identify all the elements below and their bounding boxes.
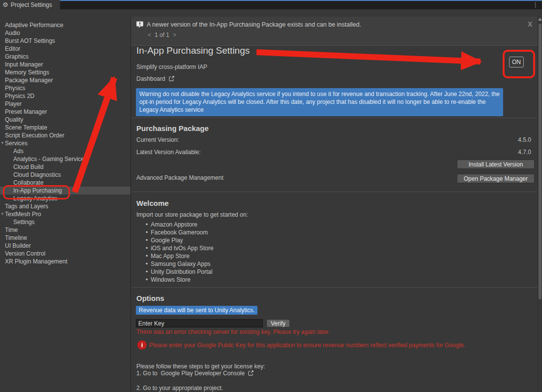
page-title: In-App Purchasing Settings [136,45,250,56]
sidebar-item-label: XR Plugin Management [5,258,67,265]
sidebar-item-xr-plugin-management[interactable]: XR Plugin Management [0,258,130,265]
latest-version-label: Latest Version Available: [136,149,201,156]
store-list-item: Mac App Store [146,252,214,260]
current-version-value: 4.5.0 [518,136,531,143]
sidebar-item-adaptive-performance[interactable]: Adaptive Performance [0,21,130,29]
legacy-analytics-warning: Warning do not disable the Legacy Analyt… [136,88,503,116]
sidebar-item-label: Analytics - Gaming Services [13,156,87,163]
google-play-console-link[interactable]: Google Play Developer Console [160,370,245,377]
sidebar-item-label: Settings [13,219,34,226]
sidebar-item-legacy-analytics[interactable]: Legacy Analytics [0,195,130,202]
sidebar-item-ads[interactable]: Ads [0,147,130,155]
sidebar-item-input-manager[interactable]: Input Manager [0,61,130,68]
current-version-label: Current Version: [136,136,179,143]
pager-label: 1 of 1 [155,32,169,38]
sidebar-item-label: Ads [13,148,24,155]
scrollbar-thumb[interactable] [539,24,542,299]
toolbar [0,9,542,17]
sidebar-item-label: Tags and Layers [5,203,48,210]
sidebar-item-settings[interactable]: Settings [0,218,130,226]
tab-project-settings[interactable]: ⚙ Project Settings [0,0,60,9]
sidebar-item-label: TextMesh Pro [5,211,41,218]
sidebar-item-label: Scene Template [5,124,47,131]
store-list-item: Windows Store [146,276,214,284]
sidebar-item-label: Package Manager [5,77,53,84]
scroll-up-arrow-icon[interactable] [538,18,542,21]
store-list-item: Unity Distribution Portal [146,268,214,276]
sidebar-item-memory-settings[interactable]: Memory Settings [0,68,130,76]
purchasing-package-heading: Purchasing Package [136,124,209,132]
sidebar-item-physics-2d[interactable]: Physics 2D [0,92,130,100]
sidebar-item-tags-and-layers[interactable]: Tags and Layers [0,202,130,210]
latest-version-value: 4.7.0 [518,149,531,156]
welcome-heading: Welcome [136,199,169,207]
license-key-input[interactable] [136,319,263,327]
dashboard-link[interactable]: Dashboard [136,75,175,83]
pager-next-button[interactable]: > [173,32,176,38]
foldout-icon[interactable]: ▼ [0,210,4,218]
sidebar-item-version-control[interactable]: Version Control [0,250,130,258]
sidebar-item-label: Version Control [5,250,45,257]
sidebar-item-script-execution-order[interactable]: Script Execution Order [0,131,130,139]
sidebar-item-services[interactable]: ▼Services [0,139,130,147]
sidebar-item-time[interactable]: Time [0,226,130,234]
external-link-icon [248,370,254,378]
sidebar-item-label: Preset Manager [5,108,47,115]
steps-intro: Please follow these steps to get your li… [136,363,265,370]
google-key-message: Please enter your Google Public Key for … [149,342,465,349]
sidebar-item-textmesh-pro[interactable]: ▼TextMesh Pro [0,210,130,218]
sidebar-item-collaborate[interactable]: Collaborate [0,179,130,187]
foldout-icon[interactable]: ▼ [0,139,4,147]
banner-close-button[interactable]: X [528,20,532,28]
sidebar-item-cloud-build[interactable]: Cloud Build [0,163,130,171]
sidebar-item-package-manager[interactable]: Package Manager [0,76,130,84]
welcome-intro: Import our store package to get started … [136,211,248,218]
sidebar-item-label: In-App Purchasing [13,187,62,194]
sidebar-item-graphics[interactable]: Graphics [0,53,130,61]
sidebar-item-preset-manager[interactable]: Preset Manager [0,108,130,116]
sidebar-item-label: Collaborate [13,179,43,186]
sidebar-item-label: Player [5,100,22,107]
sidebar-item-label: Time [5,227,18,233]
sidebar-item-label: Cloud Diagnostics [13,171,61,178]
sidebar-item-label: Adaptive Performance [5,22,64,29]
key-check-error-text: There was an error checking server for e… [136,328,330,335]
install-latest-version-button[interactable]: Install Latest Version [457,160,535,169]
sidebar-item-player[interactable]: Player [0,100,130,108]
store-list-item: Amazon Appstore [146,221,214,229]
sidebar-item-label: Input Manager [5,61,43,68]
sidebar-item-burst-aot-settings[interactable]: Burst AOT Settings [0,37,130,45]
annotation-arrow-horizontal [256,52,480,62]
section-divider [131,118,538,118]
sidebar-item-label: Legacy Analytics [13,195,57,202]
simplify-iap-label: Simplify cross-platform IAP [136,64,207,70]
section-divider [131,287,538,288]
verify-button[interactable]: Verify [266,319,290,327]
sidebar-item-quality[interactable]: Quality [0,116,130,124]
sidebar-item-label: Physics [5,85,25,92]
sidebar-item-audio[interactable]: Audio [0,29,130,37]
external-link-icon [168,75,175,83]
sidebar-item-cloud-diagnostics[interactable]: Cloud Diagnostics [0,171,130,179]
sidebar-item-label: Quality [5,116,23,123]
sidebar-item-label: Burst AOT Settings [5,37,55,44]
sidebar-item-physics[interactable]: Physics [0,84,130,92]
sidebar-item-scene-template[interactable]: Scene Template [0,124,130,131]
tab-title: Project Settings [11,1,52,8]
sidebar-item-in-app-purchasing[interactable]: In-App Purchasing [0,187,130,195]
open-package-manager-button[interactable]: Open Package Manager [457,174,535,183]
sidebar-item-ui-builder[interactable]: UI Builder [0,242,130,250]
sidebar-item-timeline[interactable]: Timeline [0,234,130,242]
service-toggle-on-button[interactable]: ON [509,57,524,67]
title-bar: ⚙ Project Settings ⋮ [0,0,542,9]
section-divider [131,192,538,192]
sidebar-item-label: Memory Settings [5,69,49,76]
options-heading: Options [136,294,164,302]
pager-prev-button[interactable]: < [148,32,151,38]
sidebar-item-editor[interactable]: Editor [0,45,130,53]
kebab-menu-icon[interactable]: ⋮ [532,1,539,8]
sidebar-item-analytics-gaming-services[interactable]: Analytics - Gaming Services [0,155,130,163]
banner-pager: < 1 of 1 > [148,32,176,38]
sidebar-item-label: Cloud Build [13,163,43,170]
sidebar-item-label: Script Execution Order [5,132,64,139]
